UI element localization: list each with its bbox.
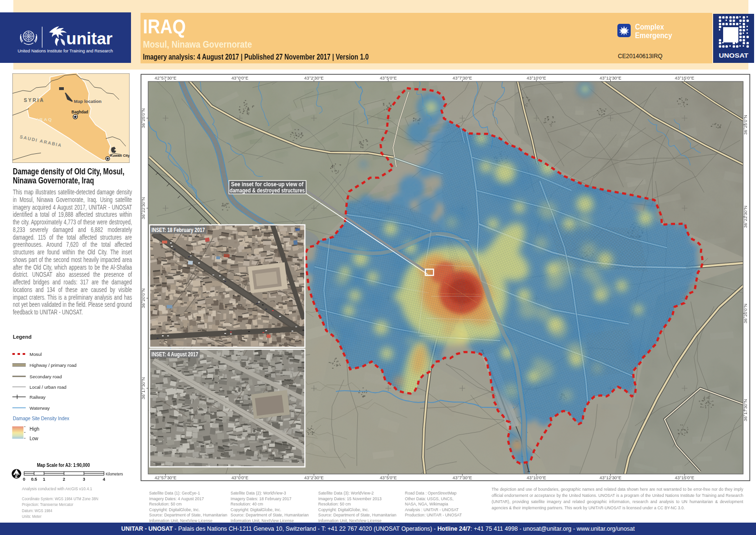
svg-text:unitar: unitar <box>66 29 113 48</box>
svg-text:Legend: Legend <box>13 334 31 340</box>
svg-text:Damage Site Density Index: Damage Site Density Index <box>13 415 70 421</box>
svg-text:Kilometers: Kilometers <box>106 472 123 476</box>
svg-text:43°10'0"E: 43°10'0"E <box>527 475 546 480</box>
svg-text:Baghdad: Baghdad <box>71 110 88 114</box>
svg-text:42°57'30"E: 42°57'30"E <box>154 475 176 480</box>
svg-text:43°0'0"E: 43°0'0"E <box>232 475 249 480</box>
svg-text:Mosul: Mosul <box>30 352 42 357</box>
svg-text:Map location: Map location <box>74 99 101 104</box>
svg-text:43°15'0"E: 43°15'0"E <box>675 76 695 81</box>
svg-text:Low: Low <box>30 436 39 441</box>
svg-text:43°0'0"E: 43°0'0"E <box>232 76 249 81</box>
svg-text:36°20'0"N: 36°20'0"N <box>141 288 146 308</box>
svg-text:Railway: Railway <box>30 394 46 400</box>
svg-text:Local / urban road: Local / urban road <box>30 384 66 390</box>
svg-text:43°7'30"E: 43°7'30"E <box>453 475 472 480</box>
svg-text:36°25'0"N: 36°25'0"N <box>141 108 146 128</box>
svg-text:43°5'0"E: 43°5'0"E <box>380 475 397 480</box>
svg-text:43°15'0"E: 43°15'0"E <box>675 475 695 480</box>
svg-text:damaged & destroyed structures: damaged & destroyed structures <box>230 187 305 194</box>
svg-text:2: 2 <box>63 477 65 482</box>
svg-text:N: N <box>15 473 19 478</box>
svg-text:Waterway: Waterway <box>30 405 50 411</box>
svg-text:3: 3 <box>83 477 85 482</box>
svg-text:4: 4 <box>103 477 105 482</box>
svg-text:43°12'30"E: 43°12'30"E <box>599 76 621 81</box>
svg-text:43°5'0"E: 43°5'0"E <box>380 76 397 81</box>
svg-text:High: High <box>30 426 40 432</box>
svg-text:43°10'0"E: 43°10'0"E <box>527 76 546 81</box>
svg-text:Highway / primary road: Highway / primary road <box>30 363 77 368</box>
svg-text:43°2'30"E: 43°2'30"E <box>304 76 324 81</box>
svg-text:United Nations Institute for T: United Nations Institute for Training an… <box>18 49 113 53</box>
svg-text:43°12'30"E: 43°12'30"E <box>599 475 621 480</box>
svg-text:1: 1 <box>43 477 45 482</box>
svg-text:43°2'30"E: 43°2'30"E <box>304 475 324 480</box>
svg-text:0.5: 0.5 <box>31 477 37 482</box>
svg-text:INSET: 4 August 2017: INSET: 4 August 2017 <box>151 351 198 358</box>
svg-text:IRAQ: IRAQ <box>37 117 53 122</box>
svg-text:UNOSAT: UNOSAT <box>719 52 749 59</box>
svg-text:SYRIA: SYRIA <box>24 98 45 103</box>
svg-text:Secondary road: Secondary road <box>30 374 62 379</box>
svg-text:0: 0 <box>23 477 25 482</box>
svg-text:43°7'30"E: 43°7'30"E <box>453 76 472 81</box>
svg-text:Kuwait City: Kuwait City <box>110 153 130 158</box>
svg-text:INSET: 18 February 2017: INSET: 18 February 2017 <box>151 227 205 233</box>
svg-text:36°22'30"N: 36°22'30"N <box>141 197 146 220</box>
svg-text:42°57'30"E: 42°57'30"E <box>154 76 176 81</box>
